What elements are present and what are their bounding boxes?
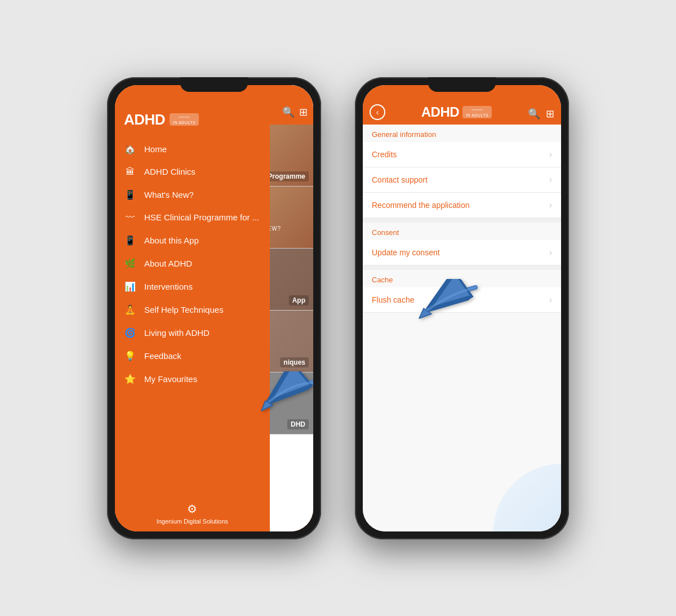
menu-item-hse[interactable]: 〰 HSE Clinical Programme for ... [115,206,270,229]
menu-item-interventions[interactable]: 📊 Interventions [115,275,270,298]
favourites-icon: ⭐ [124,374,136,384]
tile-techniques-label: niques [280,357,309,367]
menu-label-about-app: About this App [144,236,199,245]
menu-label-clinics: ADHD Clinics [144,167,195,176]
wave-icon: 〰〰 [179,114,190,121]
menu-label-whats-new: What's New? [144,190,194,200]
settings-row-contact[interactable]: Contact support › [363,167,561,193]
notch-right [428,77,496,92]
section-header-general: General information [363,125,561,142]
menu-label-living: Living with ADHD [144,328,210,338]
search-icon-behind: 🔍 [282,106,295,118]
header-icons: 🔍 ⊞ [528,108,554,120]
app-subtitle-badge: 〰〰 IN ADULTS [170,113,199,126]
menu-item-clinics[interactable]: 🏛 ADHD Clinics [115,161,270,183]
menu-item-living[interactable]: 🌀 Living with ADHD [115,321,270,344]
about-app-icon: 📱 [124,235,136,246]
left-phone: 🔍 ⊞ nical Programme i WHAT'S NEW? App [107,77,321,539]
wave-icon-right: 〰〰 [472,107,483,113]
app-title-right: ADHD [421,104,459,120]
chevron-flush: › [549,295,552,305]
whats-new-icon: 📱 [124,189,136,200]
arrow-annotation-right [408,279,481,338]
menu-label-about-adhd: About ADHD [144,259,192,268]
menu-label-favourites: My Favourites [144,374,197,384]
tile-app-label: App [289,295,309,305]
settings-icon[interactable]: ⚙ [187,502,197,516]
section-divider-2 [363,265,561,270]
contact-label: Contact support [372,175,428,184]
back-button[interactable]: ‹ [370,104,385,120]
search-icon-right[interactable]: 🔍 [528,108,540,120]
settings-row-consent[interactable]: Update my consent › [363,240,561,265]
footer-company-label: Ingenium Digital Solutions [157,518,228,525]
menu-label-interventions: Interventions [144,282,193,291]
about-adhd-icon: 🌿 [124,258,136,269]
chevron-credits: › [549,149,552,159]
app-badge-right: 〰〰 IN ADULTS [462,106,492,118]
menu-label-home: Home [144,144,167,154]
interventions-icon: 📊 [124,281,136,292]
in-adults-right: IN ADULTS [466,113,488,117]
consent-label: Update my consent [372,248,440,257]
self-help-icon: 🧘 [124,304,136,315]
tile-dhd-label: DHD [287,419,309,429]
menu-label-self-help: Self Help Techniques [144,305,224,314]
living-icon: 🌀 [124,327,136,338]
menu-item-feedback[interactable]: 💡 Feedback [115,344,270,367]
section-header-consent: Consent [363,223,561,240]
menu-item-self-help[interactable]: 🧘 Self Help Techniques [115,298,270,321]
section-divider-1 [363,218,561,223]
header-title: ADHD 〰〰 IN ADULTS [421,104,492,120]
grid-icon-right[interactable]: ⊞ [546,108,554,120]
navigation-drawer: ADHD 〰〰 IN ADULTS 🏠 Home 🏛 ADHD Clinics [115,85,270,531]
feedback-icon: 💡 [124,351,136,361]
drawer-footer: ⚙ Ingenium Digital Solutions [115,495,270,531]
credits-label: Credits [372,150,397,159]
chevron-contact: › [549,175,552,185]
settings-row-recommend[interactable]: Recommend the application › [363,193,561,218]
arrow-annotation-left [257,371,313,419]
drawer-header: ADHD 〰〰 IN ADULTS [115,105,270,138]
clinics-icon: 🏛 [124,167,136,177]
chevron-recommend: › [549,200,552,210]
menu-item-favourites[interactable]: ⭐ My Favourites [115,367,270,391]
grid-icon-behind: ⊞ [299,106,308,118]
menu-item-about-app[interactable]: 📱 About this App [115,229,270,252]
hse-icon: 〰 [124,212,136,223]
menu-label-feedback: Feedback [144,351,181,361]
menu-item-about-adhd[interactable]: 🌿 About ADHD [115,252,270,275]
chevron-consent: › [549,247,552,258]
home-icon: 🏠 [124,144,136,154]
drawer-menu: 🏠 Home 🏛 ADHD Clinics 📱 What's New? 〰 HS… [115,138,270,495]
menu-item-home[interactable]: 🏠 Home [115,138,270,161]
menu-label-hse: HSE Clinical Programme for ... [144,212,259,222]
settings-row-credits[interactable]: Credits › [363,142,561,167]
notch [180,77,248,92]
recommend-label: Recommend the application [372,201,470,210]
app-title-left: ADHD [124,111,165,128]
right-phone: ‹ ADHD 〰〰 IN ADULTS 🔍 ⊞ General informat… [355,77,569,539]
in-adults-label: IN ADULTS [173,121,195,125]
menu-item-whats-new[interactable]: 📱 What's New? [115,183,270,206]
